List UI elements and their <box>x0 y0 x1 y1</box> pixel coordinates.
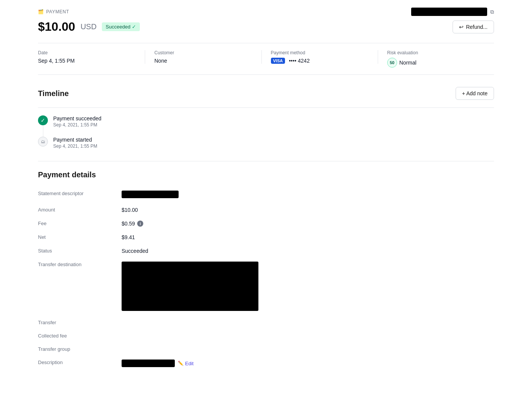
success-icon: ✓ <box>38 115 48 125</box>
add-note-button[interactable]: + Add note <box>456 87 494 100</box>
refund-icon: ↩ <box>459 24 464 30</box>
edit-icon: ✏️ <box>178 361 184 366</box>
payment-amount: $10.00 <box>38 20 75 34</box>
fee-amount: $0.59 <box>122 221 135 227</box>
table-row: Statement descriptor <box>38 187 494 203</box>
row-value <box>122 316 494 329</box>
customer-label: Customer <box>154 50 252 55</box>
info-row: Date Sep 4, 1:55 PM Customer None Paymen… <box>38 43 494 75</box>
timeline-event-title: Payment started <box>53 137 97 143</box>
table-row: Transfer group <box>38 342 494 356</box>
check-icon: ✓ <box>132 24 136 30</box>
payment-details-section: Payment details Statement descriptor Amo… <box>38 161 494 371</box>
risk-cell: Risk evaluation 50 Normal <box>378 50 494 68</box>
table-row: Transfer destination <box>38 258 494 316</box>
timeline-item: ✓ Payment succeeded Sep 4, 2021, 1:55 PM <box>38 115 494 128</box>
timeline-item: 🗂 Payment started Sep 4, 2021, 1:55 PM <box>38 137 494 149</box>
row-label: Transfer group <box>38 342 122 356</box>
currency-label: USD <box>81 22 97 31</box>
status-badge: Succeeded ✓ <box>102 22 140 31</box>
timeline-event-content: Payment succeeded Sep 4, 2021, 1:55 PM <box>53 115 101 128</box>
payment-method-label: Payment method <box>271 50 369 55</box>
payment-icon: 🗂️ <box>38 9 44 14</box>
row-value <box>122 342 494 356</box>
row-label: Collected fee <box>38 329 122 342</box>
timeline-event-content: Payment started Sep 4, 2021, 1:55 PM <box>53 137 97 149</box>
copy-icon[interactable]: ⧉ <box>490 9 494 15</box>
row-label: Statement descriptor <box>38 187 122 203</box>
table-row: Description ✏️ Edit <box>38 356 494 371</box>
timeline-event-title: Payment succeeded <box>53 115 101 121</box>
fee-info-icon[interactable]: i <box>137 221 143 227</box>
customer-value: None <box>154 58 252 64</box>
payment-method-cell: Payment method VISA •••• 4242 <box>262 50 378 64</box>
row-label: Fee <box>38 217 122 230</box>
table-row: Status Succeeded <box>38 244 494 258</box>
redacted-value <box>122 262 258 311</box>
timeline-event-date: Sep 4, 2021, 1:55 PM <box>53 122 101 128</box>
row-label: Transfer <box>38 316 122 329</box>
section-label: 🗂️ PAYMENT <box>38 9 69 14</box>
date-cell: Date Sep 4, 1:55 PM <box>38 50 145 64</box>
row-label: Amount <box>38 203 122 217</box>
row-value <box>122 187 494 203</box>
date-value: Sep 4, 1:55 PM <box>38 58 136 64</box>
visa-badge: VISA <box>271 58 285 64</box>
row-label: Status <box>38 244 122 258</box>
timeline-container: ✓ Payment succeeded Sep 4, 2021, 1:55 PM… <box>38 107 494 149</box>
refund-button[interactable]: ↩ Refund... <box>453 21 494 33</box>
payment-method-value: VISA •••• 4242 <box>271 58 369 64</box>
customer-cell: Customer None <box>145 50 261 64</box>
timeline-section-header: Timeline + Add note <box>38 87 494 100</box>
edit-button[interactable]: ✏️ Edit <box>178 361 193 366</box>
risk-score-badge: 50 <box>387 58 397 68</box>
row-label: Transfer destination <box>38 258 122 316</box>
row-value: ✏️ Edit <box>122 356 494 371</box>
row-value: $9.41 <box>122 230 494 244</box>
table-row: Transfer <box>38 316 494 329</box>
row-value <box>122 329 494 342</box>
payment-details-title: Payment details <box>38 170 494 179</box>
row-value: $10.00 <box>122 203 494 217</box>
row-value: Succeeded <box>122 244 494 258</box>
details-table: Statement descriptor Amount $10.00 Fee $… <box>38 187 494 371</box>
risk-value: 50 Normal <box>387 58 485 68</box>
row-label: Description <box>38 356 122 371</box>
timeline-event-date: Sep 4, 2021, 1:55 PM <box>53 144 97 149</box>
payment-id-redacted <box>411 8 487 16</box>
risk-label: Risk evaluation <box>387 50 485 55</box>
payment-started-icon: 🗂 <box>38 137 48 147</box>
redacted-description <box>122 360 175 367</box>
timeline-title: Timeline <box>38 89 69 98</box>
table-row: Net $9.41 <box>38 230 494 244</box>
table-row: Collected fee <box>38 329 494 342</box>
row-value <box>122 258 494 316</box>
date-label: Date <box>38 50 136 55</box>
table-row: Fee $0.59 i <box>38 217 494 230</box>
redacted-value <box>122 191 179 198</box>
row-label: Net <box>38 230 122 244</box>
row-value: $0.59 i <box>122 217 494 230</box>
table-row: Amount $10.00 <box>38 203 494 217</box>
